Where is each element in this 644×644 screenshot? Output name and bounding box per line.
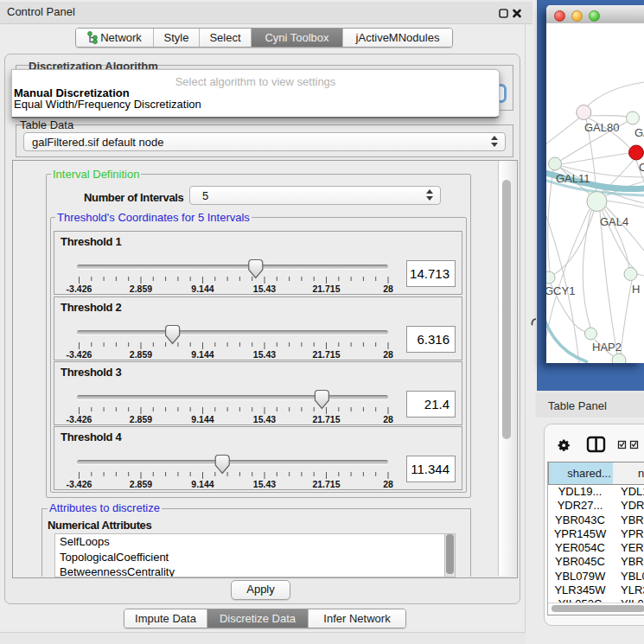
svg-text:GAL11: GAL11 xyxy=(556,172,590,185)
svg-text:HAP2: HAP2 xyxy=(592,341,622,354)
svg-text:GCY1: GCY1 xyxy=(546,284,575,297)
svg-text:GAL80: GAL80 xyxy=(584,121,619,134)
svg-text:C: C xyxy=(639,161,644,174)
svg-text:GA: GA xyxy=(634,126,644,139)
svg-text:H: H xyxy=(632,283,640,296)
svg-text:GAL4: GAL4 xyxy=(600,215,628,228)
